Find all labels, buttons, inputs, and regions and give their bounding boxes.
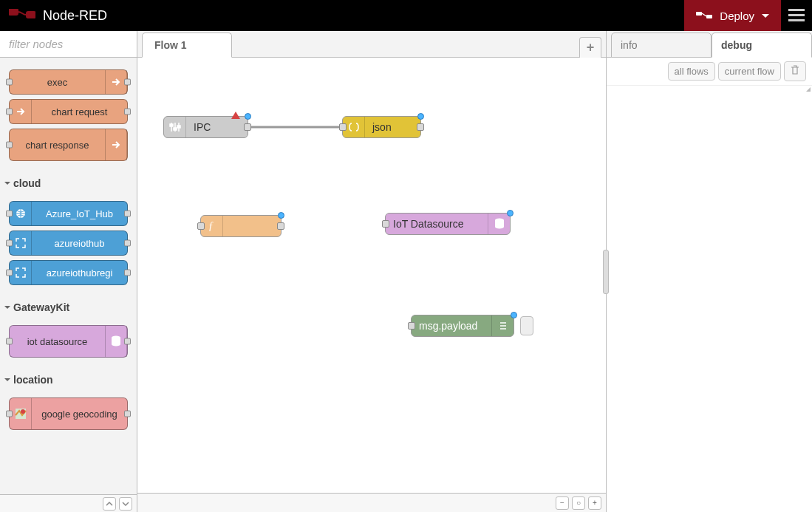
flow-tab-bar: Flow 1 + xyxy=(137,31,606,58)
chevron-down-icon xyxy=(122,500,129,508)
expand-icon xyxy=(16,238,26,248)
caret-down-icon xyxy=(762,14,769,18)
deploy-icon xyxy=(696,10,712,21)
chevron-up-icon xyxy=(106,500,113,508)
sidebar-tab-debug[interactable]: debug xyxy=(712,33,812,58)
input-port[interactable] xyxy=(408,322,415,330)
flow-node-json[interactable]: json xyxy=(342,116,421,138)
arrow-right-icon xyxy=(111,140,121,150)
input-port[interactable] xyxy=(339,123,347,131)
node-palette: exec chart request chart response xyxy=(0,31,137,512)
palette-filter-input[interactable] xyxy=(9,38,149,50)
trash-icon xyxy=(791,65,799,75)
input-port[interactable] xyxy=(382,220,389,228)
globe-icon xyxy=(15,208,27,219)
palette-node-azureiothub[interactable]: azureiothub xyxy=(9,231,128,256)
output-port[interactable] xyxy=(417,123,424,131)
palette-node-azureiothubregi[interactable]: azureiothubregi xyxy=(9,260,128,285)
zoom-out-button[interactable]: − xyxy=(556,496,569,510)
palette-node-chart-response[interactable]: chart response xyxy=(9,129,128,161)
sidebar: info debug all flows current flow xyxy=(607,31,812,512)
deploy-button[interactable]: Deploy xyxy=(684,0,781,31)
palette-search xyxy=(0,31,137,58)
workspace: Flow 1 + IPC xyxy=(137,31,607,512)
db-icon xyxy=(111,335,121,347)
filter-current-flow-button[interactable]: current flow xyxy=(718,62,781,81)
svg-rect-4 xyxy=(788,9,805,11)
flow-canvas[interactable]: IPC json f xyxy=(137,58,606,493)
palette-node-exec[interactable]: exec xyxy=(9,69,128,95)
palette-footer xyxy=(0,494,137,512)
changed-indicator xyxy=(417,113,424,120)
svg-rect-0 xyxy=(9,9,18,15)
svg-rect-2 xyxy=(696,12,702,16)
expand-icon xyxy=(16,267,26,278)
workspace-footer: − ○ + xyxy=(137,493,606,512)
menu-button[interactable] xyxy=(781,0,812,31)
flow-node-debug[interactable]: msg.payload xyxy=(411,315,514,337)
svg-point-11 xyxy=(21,409,25,414)
palette-scroll[interactable]: exec chart request chart response xyxy=(0,58,137,494)
debug-icon xyxy=(498,321,508,331)
changed-indicator xyxy=(511,312,517,318)
svg-rect-5 xyxy=(788,14,805,16)
changed-indicator xyxy=(278,212,284,219)
palette-node-azure-iot-hub[interactable]: Azure_IoT_Hub xyxy=(9,201,128,226)
palette-category-cloud[interactable]: cloud xyxy=(4,173,132,194)
changed-indicator xyxy=(507,210,514,216)
clear-debug-button[interactable] xyxy=(784,61,806,81)
svg-rect-3 xyxy=(706,15,712,18)
db-icon xyxy=(494,218,505,230)
debug-toggle-button[interactable] xyxy=(520,316,533,335)
palette-category-gatewaykit[interactable]: GatewayKit xyxy=(4,297,132,318)
node-label: msg.payload xyxy=(412,320,491,332)
palette-node-iot-datasource[interactable]: iot datasource xyxy=(9,325,128,358)
zoom-reset-button[interactable]: ○ xyxy=(572,496,585,510)
app-logo: Node-RED xyxy=(0,8,116,24)
output-port[interactable] xyxy=(244,123,251,131)
palette-collapse-button[interactable] xyxy=(103,497,116,511)
zoom-in-button[interactable]: + xyxy=(588,496,601,510)
scroll-indicator-icon xyxy=(806,87,811,92)
error-badge-icon xyxy=(231,112,240,119)
map-icon xyxy=(15,408,27,420)
svg-rect-13 xyxy=(174,128,177,130)
json-icon xyxy=(349,122,359,132)
arrow-right-icon xyxy=(16,106,26,117)
svg-rect-14 xyxy=(177,126,180,128)
sidebar-tab-info[interactable]: info xyxy=(611,33,712,58)
function-icon: f xyxy=(207,221,217,231)
chevron-down-icon xyxy=(4,306,10,309)
add-flow-button[interactable]: + xyxy=(579,37,601,58)
nodered-logo-icon xyxy=(9,9,35,22)
app-header: Node-RED Deploy xyxy=(0,0,812,31)
output-port[interactable] xyxy=(277,222,284,230)
svg-rect-12 xyxy=(170,124,173,126)
sliders-icon xyxy=(169,121,181,133)
svg-rect-1 xyxy=(27,12,35,18)
arrow-right-icon xyxy=(111,77,121,87)
input-port[interactable] xyxy=(197,222,205,230)
chevron-down-icon xyxy=(4,182,10,185)
flow-node-ipc[interactable]: IPC xyxy=(163,116,248,138)
palette-expand-button[interactable] xyxy=(119,497,132,511)
palette-node-google-geocoding[interactable]: google geocoding xyxy=(9,397,128,430)
debug-toolbar: all flows current flow xyxy=(607,58,812,86)
sidebar-tab-bar: info debug xyxy=(607,31,812,58)
main-layout: exec chart request chart response xyxy=(0,31,812,512)
node-label: IPC xyxy=(186,121,248,133)
palette-category-location[interactable]: location xyxy=(4,369,132,390)
palette-node-chart-request[interactable]: chart request xyxy=(9,99,128,124)
flow-node-function[interactable]: f xyxy=(200,215,282,237)
flow-node-iot-datasource[interactable]: IoT Datasource xyxy=(385,213,511,235)
app-title: Node-RED xyxy=(43,8,107,24)
node-label: IoT Datasource xyxy=(386,218,488,230)
filter-all-flows-button[interactable]: all flows xyxy=(668,62,715,81)
flow-tab[interactable]: Flow 1 xyxy=(142,33,232,58)
hamburger-icon xyxy=(788,9,805,22)
svg-text:f: f xyxy=(209,221,214,231)
svg-rect-6 xyxy=(788,19,805,21)
node-label: json xyxy=(365,121,420,133)
changed-indicator xyxy=(245,113,251,120)
deploy-label: Deploy xyxy=(720,10,754,22)
